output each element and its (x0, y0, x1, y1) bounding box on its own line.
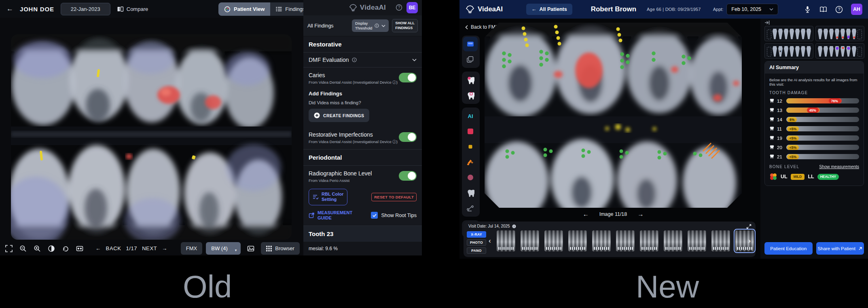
visit-date-chip[interactable]: 22-Jan-2023 (61, 3, 110, 15)
chart-tooth[interactable] (807, 46, 811, 57)
lesion-overlay-tool[interactable] (463, 170, 478, 185)
film-thumbnail[interactable] (640, 230, 658, 251)
rbl-toggle[interactable] (399, 171, 417, 181)
single-view-tool[interactable] (463, 37, 478, 51)
chart-tooth[interactable] (795, 29, 800, 39)
fullscreen-icon[interactable] (5, 245, 13, 253)
chart-tooth[interactable] (852, 29, 856, 39)
brush-tool[interactable] (463, 155, 478, 169)
film-thumbnail[interactable] (592, 230, 611, 251)
next-nav-icon[interactable]: → (162, 245, 167, 251)
back-icon[interactable]: ← (6, 5, 13, 13)
chart-tooth[interactable] (818, 29, 822, 39)
multi-view-tool[interactable] (463, 52, 478, 67)
create-findings-button[interactable]: CREATE FINDINGS (309, 109, 369, 122)
calculus-overlay-tool[interactable] (463, 139, 478, 154)
chart-tooth[interactable] (835, 29, 839, 39)
chart-tooth[interactable] (840, 29, 845, 39)
expand-icon[interactable] (746, 224, 752, 229)
help-icon[interactable]: ? (396, 4, 402, 11)
chart-tooth[interactable] (829, 29, 834, 39)
show-measurements-link[interactable]: Show measurements (819, 164, 859, 169)
chart-tooth[interactable] (818, 46, 822, 57)
filmstrip-next-icon[interactable]: › (748, 237, 751, 245)
chart-tooth[interactable] (767, 47, 771, 57)
chart-tooth[interactable] (773, 46, 777, 57)
film-thumbnail[interactable] (568, 230, 587, 251)
film-thumbnail[interactable] (664, 230, 682, 251)
chart-tooth[interactable] (840, 46, 845, 57)
chart-tooth[interactable] (784, 46, 788, 57)
film-thumbnail[interactable] (688, 230, 706, 251)
film-thumbnail[interactable] (544, 230, 563, 251)
back-nav-icon[interactable]: ← (95, 245, 101, 251)
info-icon[interactable] (512, 224, 516, 228)
chart-tooth[interactable] (852, 46, 856, 57)
chart-tooth[interactable] (795, 46, 800, 57)
chart-tooth[interactable] (784, 29, 788, 39)
xray-viewport-new[interactable] (485, 23, 742, 208)
chart-tooth[interactable]: × (778, 46, 783, 57)
chart-tooth[interactable] (801, 46, 805, 57)
chart-tooth[interactable] (846, 46, 851, 57)
library-icon[interactable] (819, 6, 827, 13)
contrast-icon[interactable] (47, 245, 55, 253)
browser-button[interactable]: Browser (261, 242, 300, 255)
film-thumbnail[interactable] (616, 230, 635, 251)
tooth-findings-tool[interactable] (463, 73, 478, 87)
chart-tooth[interactable] (801, 29, 805, 39)
chart-tooth[interactable] (824, 46, 828, 57)
chart-tooth[interactable] (790, 29, 794, 39)
film-thumbnail[interactable] (497, 230, 515, 251)
all-patients-button[interactable]: ← All Patients (526, 4, 572, 15)
appointment-date-select[interactable]: Feb 10, 2025 (726, 4, 778, 15)
next-nav-label[interactable]: NEXT (142, 245, 157, 251)
layout-select[interactable]: BW (4) ▾ (206, 242, 241, 255)
chart-tooth[interactable] (824, 29, 828, 39)
chart-tooth[interactable] (829, 46, 834, 57)
chart-tooth[interactable] (846, 29, 851, 39)
fmx-button[interactable]: FMX (181, 242, 202, 255)
measurement-tool[interactable] (463, 201, 478, 215)
ai-tool[interactable]: AI (463, 109, 478, 123)
show-all-findings-button[interactable]: SHOW ALLFINDINGS (392, 19, 418, 32)
imperfections-toggle[interactable] (399, 132, 417, 142)
root-tips-checkbox[interactable] (371, 212, 378, 219)
chart-tooth[interactable] (857, 47, 862, 57)
crown-tool[interactable] (463, 186, 478, 200)
microphone-icon[interactable] (804, 6, 811, 13)
collapse-panel-icon[interactable] (764, 20, 770, 25)
prev-image-icon[interactable]: ← (583, 211, 589, 217)
chart-tooth[interactable] (773, 29, 777, 39)
zoom-out-icon[interactable] (19, 245, 27, 253)
film-tab-pano[interactable]: PANO (467, 247, 486, 254)
rotate-icon[interactable] (61, 245, 70, 253)
caries-overlay-tool[interactable] (463, 124, 478, 139)
chart-tooth[interactable] (790, 46, 794, 57)
chart-tooth[interactable] (807, 29, 811, 39)
zoom-in-icon[interactable] (33, 245, 41, 253)
rbl-color-setting-button[interactable]: RBL ColorSetting (309, 189, 347, 205)
film-tab-photo[interactable]: PHOTO (467, 239, 486, 246)
film-tab-x-ray[interactable]: X-RAY (467, 231, 486, 238)
back-nav-label[interactable]: BACK (106, 245, 121, 251)
image-gallery-icon[interactable] (247, 245, 255, 253)
share-with-patient-button[interactable]: Share with Patient (816, 242, 864, 255)
measurement-guide-link[interactable]: MEASUREMENTGUIDE (309, 210, 352, 221)
user-avatar[interactable]: AH (851, 4, 862, 15)
help-icon[interactable]: ? (835, 6, 843, 13)
chart-tooth[interactable] (835, 46, 839, 57)
chart-tooth[interactable] (778, 29, 783, 39)
chart-tooth[interactable] (857, 30, 862, 39)
user-avatar[interactable]: BE (406, 2, 418, 13)
reset-to-default-button[interactable]: RESET TO DEFAULT (371, 193, 417, 201)
tooth-outline-tool[interactable] (463, 88, 478, 103)
filmstrip-prev-icon[interactable]: ‹ (489, 237, 491, 245)
dmf-evaluation-row[interactable]: DMF Evaluation (303, 53, 422, 68)
caries-toggle[interactable] (399, 73, 417, 82)
patient-education-button[interactable]: Patient Education (764, 242, 813, 255)
compare-button[interactable]: Compare (117, 6, 148, 13)
film-thumbnail[interactable] (521, 230, 539, 251)
next-image-icon[interactable]: → (637, 211, 644, 217)
display-threshold-button[interactable]: DisplayThreshold (352, 19, 389, 32)
